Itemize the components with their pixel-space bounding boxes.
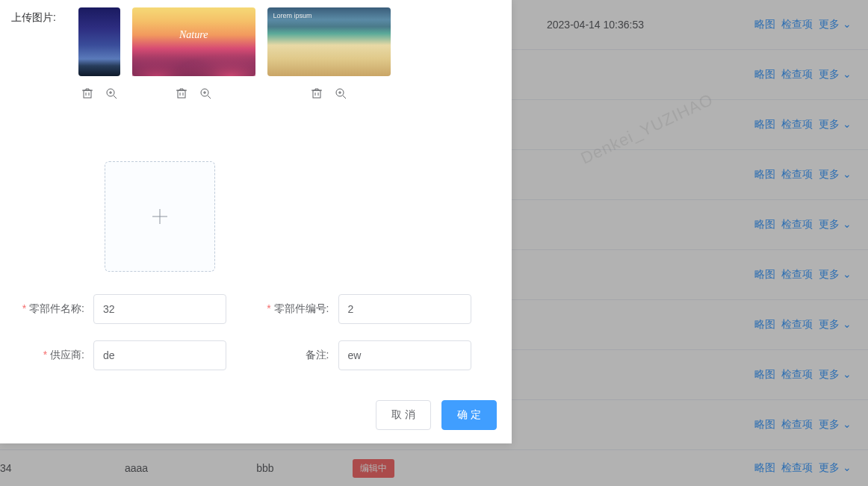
zoom-in-icon[interactable] bbox=[199, 87, 211, 99]
svg-rect-4 bbox=[313, 90, 320, 98]
delete-icon[interactable] bbox=[311, 87, 323, 99]
zoom-in-icon[interactable] bbox=[105, 87, 117, 99]
plus-icon bbox=[149, 206, 170, 227]
svg-rect-2 bbox=[178, 90, 185, 98]
form-section: *零部件名称: *零部件编号: *供应商: 备注: bbox=[0, 279, 512, 370]
uploaded-image-2[interactable] bbox=[132, 7, 255, 76]
supplier-label: *供应商: bbox=[11, 349, 93, 362]
part-name-input[interactable] bbox=[93, 294, 226, 324]
part-name-label: *零部件名称: bbox=[11, 302, 93, 316]
supplier-input[interactable] bbox=[93, 340, 226, 370]
remark-input[interactable] bbox=[338, 340, 471, 370]
remark-label: 备注: bbox=[256, 349, 338, 362]
delete-icon[interactable] bbox=[176, 87, 187, 99]
upload-label: 上传图片: bbox=[11, 7, 56, 25]
upload-box[interactable] bbox=[105, 161, 215, 272]
delete-icon[interactable] bbox=[81, 87, 93, 99]
cancel-button[interactable]: 取 消 bbox=[376, 400, 431, 430]
uploaded-image-1[interactable] bbox=[78, 7, 120, 76]
part-number-label: *零部件编号: bbox=[256, 302, 338, 316]
zoom-in-icon[interactable] bbox=[335, 87, 347, 99]
uploaded-image-3[interactable] bbox=[267, 7, 391, 76]
confirm-button[interactable]: 确 定 bbox=[441, 400, 497, 430]
edit-modal: 上传图片: bbox=[0, 0, 512, 443]
part-number-input[interactable] bbox=[338, 294, 471, 324]
modal-footer: 取 消 确 定 bbox=[368, 400, 497, 430]
svg-rect-0 bbox=[84, 90, 91, 98]
